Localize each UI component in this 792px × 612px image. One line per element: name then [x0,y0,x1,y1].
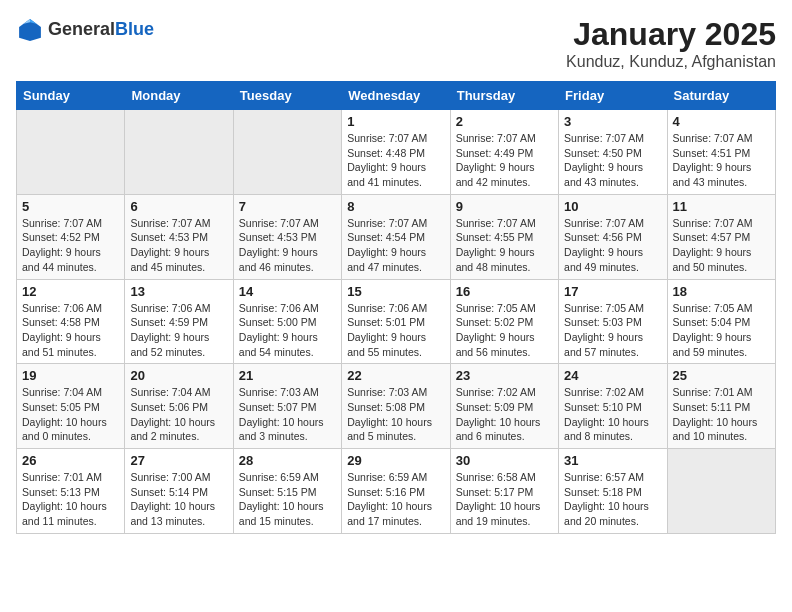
col-monday: Monday [125,82,233,110]
table-row: 4Sunrise: 7:07 AM Sunset: 4:51 PM Daylig… [667,110,775,195]
day-number: 27 [130,453,227,468]
day-info: Sunrise: 7:01 AM Sunset: 5:11 PM Dayligh… [673,385,770,444]
table-row: 3Sunrise: 7:07 AM Sunset: 4:50 PM Daylig… [559,110,667,195]
calendar-title: January 2025 [566,16,776,53]
table-row: 9Sunrise: 7:07 AM Sunset: 4:55 PM Daylig… [450,194,558,279]
day-info: Sunrise: 7:02 AM Sunset: 5:09 PM Dayligh… [456,385,553,444]
page-header: GeneralBlue January 2025 Kunduz, Kunduz,… [16,16,776,71]
table-row: 13Sunrise: 7:06 AM Sunset: 4:59 PM Dayli… [125,279,233,364]
table-row: 29Sunrise: 6:59 AM Sunset: 5:16 PM Dayli… [342,449,450,534]
day-number: 31 [564,453,661,468]
day-info: Sunrise: 7:01 AM Sunset: 5:13 PM Dayligh… [22,470,119,529]
day-number: 28 [239,453,336,468]
table-row: 12Sunrise: 7:06 AM Sunset: 4:58 PM Dayli… [17,279,125,364]
day-number: 22 [347,368,444,383]
table-row: 20Sunrise: 7:04 AM Sunset: 5:06 PM Dayli… [125,364,233,449]
day-number: 3 [564,114,661,129]
logo-text: GeneralBlue [48,20,154,40]
day-number: 10 [564,199,661,214]
table-row: 15Sunrise: 7:06 AM Sunset: 5:01 PM Dayli… [342,279,450,364]
day-info: Sunrise: 7:06 AM Sunset: 5:00 PM Dayligh… [239,301,336,360]
day-info: Sunrise: 6:57 AM Sunset: 5:18 PM Dayligh… [564,470,661,529]
col-tuesday: Tuesday [233,82,341,110]
col-saturday: Saturday [667,82,775,110]
day-info: Sunrise: 7:07 AM Sunset: 4:53 PM Dayligh… [239,216,336,275]
table-row: 27Sunrise: 7:00 AM Sunset: 5:14 PM Dayli… [125,449,233,534]
calendar-table: Sunday Monday Tuesday Wednesday Thursday… [16,81,776,534]
day-info: Sunrise: 7:07 AM Sunset: 4:55 PM Dayligh… [456,216,553,275]
table-row: 11Sunrise: 7:07 AM Sunset: 4:57 PM Dayli… [667,194,775,279]
calendar-week-row: 12Sunrise: 7:06 AM Sunset: 4:58 PM Dayli… [17,279,776,364]
table-row: 1Sunrise: 7:07 AM Sunset: 4:48 PM Daylig… [342,110,450,195]
day-info: Sunrise: 7:03 AM Sunset: 5:08 PM Dayligh… [347,385,444,444]
table-row: 7Sunrise: 7:07 AM Sunset: 4:53 PM Daylig… [233,194,341,279]
day-info: Sunrise: 7:04 AM Sunset: 5:06 PM Dayligh… [130,385,227,444]
day-info: Sunrise: 7:05 AM Sunset: 5:03 PM Dayligh… [564,301,661,360]
day-number: 25 [673,368,770,383]
day-info: Sunrise: 7:07 AM Sunset: 4:51 PM Dayligh… [673,131,770,190]
day-info: Sunrise: 7:07 AM Sunset: 4:48 PM Dayligh… [347,131,444,190]
day-number: 12 [22,284,119,299]
day-number: 7 [239,199,336,214]
day-number: 8 [347,199,444,214]
table-row [17,110,125,195]
table-row [125,110,233,195]
day-info: Sunrise: 7:07 AM Sunset: 4:52 PM Dayligh… [22,216,119,275]
day-number: 11 [673,199,770,214]
calendar-subtitle: Kunduz, Kunduz, Afghanistan [566,53,776,71]
logo-blue: Blue [115,19,154,39]
table-row: 30Sunrise: 6:58 AM Sunset: 5:17 PM Dayli… [450,449,558,534]
table-row: 16Sunrise: 7:05 AM Sunset: 5:02 PM Dayli… [450,279,558,364]
col-thursday: Thursday [450,82,558,110]
day-info: Sunrise: 7:06 AM Sunset: 5:01 PM Dayligh… [347,301,444,360]
col-wednesday: Wednesday [342,82,450,110]
day-info: Sunrise: 7:03 AM Sunset: 5:07 PM Dayligh… [239,385,336,444]
day-info: Sunrise: 6:58 AM Sunset: 5:17 PM Dayligh… [456,470,553,529]
day-number: 29 [347,453,444,468]
logo: GeneralBlue [16,16,154,44]
calendar-week-row: 1Sunrise: 7:07 AM Sunset: 4:48 PM Daylig… [17,110,776,195]
col-friday: Friday [559,82,667,110]
table-row: 23Sunrise: 7:02 AM Sunset: 5:09 PM Dayli… [450,364,558,449]
day-number: 13 [130,284,227,299]
day-number: 2 [456,114,553,129]
day-info: Sunrise: 7:06 AM Sunset: 4:58 PM Dayligh… [22,301,119,360]
day-info: Sunrise: 6:59 AM Sunset: 5:15 PM Dayligh… [239,470,336,529]
day-info: Sunrise: 7:05 AM Sunset: 5:04 PM Dayligh… [673,301,770,360]
table-row: 24Sunrise: 7:02 AM Sunset: 5:10 PM Dayli… [559,364,667,449]
day-number: 19 [22,368,119,383]
table-row: 22Sunrise: 7:03 AM Sunset: 5:08 PM Dayli… [342,364,450,449]
logo-icon [16,16,44,44]
table-row: 21Sunrise: 7:03 AM Sunset: 5:07 PM Dayli… [233,364,341,449]
calendar-week-row: 5Sunrise: 7:07 AM Sunset: 4:52 PM Daylig… [17,194,776,279]
day-number: 9 [456,199,553,214]
day-info: Sunrise: 7:07 AM Sunset: 4:53 PM Dayligh… [130,216,227,275]
table-row: 6Sunrise: 7:07 AM Sunset: 4:53 PM Daylig… [125,194,233,279]
day-info: Sunrise: 7:07 AM Sunset: 4:56 PM Dayligh… [564,216,661,275]
table-row: 31Sunrise: 6:57 AM Sunset: 5:18 PM Dayli… [559,449,667,534]
table-row: 28Sunrise: 6:59 AM Sunset: 5:15 PM Dayli… [233,449,341,534]
table-row: 17Sunrise: 7:05 AM Sunset: 5:03 PM Dayli… [559,279,667,364]
table-row [667,449,775,534]
day-number: 16 [456,284,553,299]
table-row: 26Sunrise: 7:01 AM Sunset: 5:13 PM Dayli… [17,449,125,534]
calendar-week-row: 19Sunrise: 7:04 AM Sunset: 5:05 PM Dayli… [17,364,776,449]
day-info: Sunrise: 7:06 AM Sunset: 4:59 PM Dayligh… [130,301,227,360]
day-number: 20 [130,368,227,383]
day-info: Sunrise: 7:02 AM Sunset: 5:10 PM Dayligh… [564,385,661,444]
day-number: 26 [22,453,119,468]
day-number: 23 [456,368,553,383]
day-info: Sunrise: 7:04 AM Sunset: 5:05 PM Dayligh… [22,385,119,444]
day-number: 21 [239,368,336,383]
table-row: 19Sunrise: 7:04 AM Sunset: 5:05 PM Dayli… [17,364,125,449]
table-row: 14Sunrise: 7:06 AM Sunset: 5:00 PM Dayli… [233,279,341,364]
title-block: January 2025 Kunduz, Kunduz, Afghanistan [566,16,776,71]
day-number: 14 [239,284,336,299]
day-number: 6 [130,199,227,214]
day-number: 24 [564,368,661,383]
svg-marker-0 [19,19,41,41]
table-row: 2Sunrise: 7:07 AM Sunset: 4:49 PM Daylig… [450,110,558,195]
day-number: 4 [673,114,770,129]
day-info: Sunrise: 7:05 AM Sunset: 5:02 PM Dayligh… [456,301,553,360]
day-number: 18 [673,284,770,299]
